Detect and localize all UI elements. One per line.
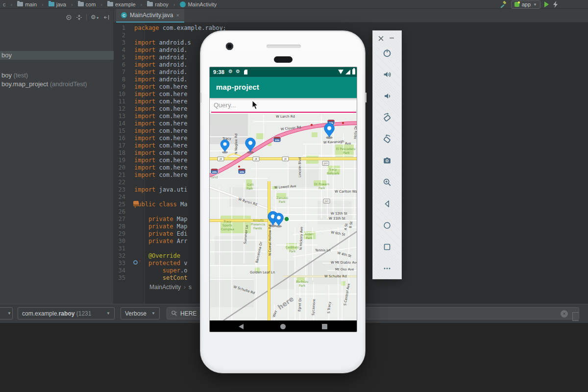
hide-panel-icon[interactable] (103, 14, 110, 21)
map-label: W Mt Diablo Ave (331, 261, 357, 265)
map-label: W Schulte Rd (324, 274, 346, 278)
frame-notch-right (365, 93, 367, 102)
instant-run-lightning-icon[interactable] (553, 1, 559, 8)
volume-up-icon[interactable] (381, 68, 393, 81)
power-button-icon[interactable] (381, 47, 393, 59)
emulator-toolbar (372, 30, 402, 279)
project-tree-row[interactable]: boy.map_project (androidTest) (0, 80, 114, 89)
breadcrumb-item[interactable]: com (71, 1, 96, 7)
gear-notification-icon: ⚙ (228, 69, 233, 74)
gear-notification-icon: ⚙ (236, 69, 240, 74)
map-label: Golden Leaf Ln (250, 270, 275, 274)
road-shield: 205 (273, 137, 281, 142)
svg-text:J4: J4 (284, 158, 286, 160)
run-config-dropdown[interactable]: app ▼ (511, 0, 540, 9)
minimize-window-icon[interactable] (388, 31, 395, 44)
collapse-all-icon[interactable] (76, 14, 82, 21)
overview-icon[interactable] (381, 241, 393, 253)
project-tree-row[interactable]: boy (test) (0, 71, 114, 80)
map-label: W 12th St (331, 212, 347, 216)
device-dropdown-partial[interactable]: ▼ (0, 307, 13, 319)
road-shield: 205 (238, 169, 245, 174)
build-hammer-icon[interactable] (499, 0, 507, 8)
road-shield: J4 (253, 157, 259, 161)
breadcrumb-item[interactable]: java (42, 1, 66, 7)
close-icon[interactable]: × (176, 12, 179, 18)
earpiece-speaker (274, 56, 293, 63)
breadcrumb-item[interactable]: main (11, 1, 37, 7)
close-window-icon[interactable] (377, 32, 385, 45)
app-title: map-project (216, 83, 259, 91)
map-label: Sports (222, 223, 232, 227)
locate-icon[interactable] (66, 14, 72, 21)
home-icon[interactable] (381, 219, 393, 232)
status-time: 9:38 (213, 69, 224, 75)
query-input-area[interactable]: Query... (210, 98, 357, 114)
code-line: 1package com.example.raboy; (114, 24, 226, 32)
chevron-down-icon: ▼ (533, 2, 537, 7)
map-label: Tracy (328, 168, 337, 172)
log-level-dropdown[interactable]: Verbose ▼ (121, 307, 160, 319)
map-label: Lincoln Blvd (298, 157, 302, 177)
breadcrumb-member[interactable]: s (189, 284, 192, 291)
map-label: A St (343, 223, 348, 230)
map-pin[interactable] (324, 123, 335, 139)
volume-down-icon[interactable] (381, 90, 393, 102)
breadcrumb: main java com example (6, 1, 217, 7)
sensor-slot (267, 45, 301, 48)
rotate-left-icon[interactable] (381, 111, 393, 124)
breadcrumb-item[interactable]: MainActivity (173, 1, 217, 7)
settings-gear-icon[interactable]: ⚙▼ (91, 14, 99, 21)
breadcrumb-class[interactable]: MainActivity (149, 284, 181, 291)
more-options-icon[interactable] (381, 262, 393, 275)
query-placeholder: Query... (214, 101, 236, 109)
run-button[interactable] (544, 1, 549, 7)
map-label: Tracy (223, 220, 232, 223)
map-label: W Carlton Way (335, 190, 357, 194)
chevron-down-icon: ▼ (7, 311, 11, 316)
cell-signal-icon (345, 70, 350, 74)
map-label: Egret Dr (297, 297, 302, 312)
nav-overview-button[interactable] (322, 324, 327, 329)
folder-icon (147, 2, 153, 6)
poi-logo-marker[interactable] (284, 217, 289, 221)
clear-search-icon[interactable]: × (561, 310, 568, 318)
chevron-down-icon: ▼ (106, 311, 110, 316)
map-label: W Larch Rd (276, 115, 295, 119)
breadcrumb-partial[interactable]: c (1, 1, 6, 7)
here-watermark: here (276, 294, 295, 311)
zoom-icon[interactable] (381, 176, 393, 189)
road-shield: 205 (211, 169, 218, 174)
map-pin[interactable] (220, 140, 229, 153)
override-gutter-icon[interactable] (133, 260, 138, 265)
screenshot-camera-icon[interactable] (381, 154, 393, 167)
chevron-down-icon: ▼ (151, 311, 155, 316)
tab-mainactivity[interactable]: C MainActivity.java × (116, 9, 184, 23)
project-panel-toolbar: ⚙▼ (66, 14, 110, 21)
frame-notch-left (200, 93, 201, 102)
road-shield: J13 (322, 161, 329, 166)
map-svg: J4J4J4J13J13205205205205 W Larch RdW Clo… (210, 114, 357, 320)
map-label: Park (289, 249, 296, 253)
back-icon[interactable] (381, 197, 393, 210)
nav-home-button[interactable] (280, 324, 286, 329)
map-view[interactable]: J4J4J4J13J13205205205205 W Larch RdW Clo… (210, 114, 357, 320)
breadcrumb-item[interactable]: raboy (141, 1, 169, 7)
chevron-icon: › (184, 284, 186, 291)
map-label: N Naglee Rd (234, 134, 238, 154)
map-label: El Pescadero (336, 147, 355, 150)
folder-icon (17, 2, 23, 6)
rotate-right-icon[interactable] (381, 133, 393, 146)
project-tree-row[interactable]: boy (0, 51, 114, 60)
map-label: Park (279, 200, 286, 203)
class-gutter-icon[interactable] (133, 201, 139, 206)
nav-back-button[interactable] (239, 324, 244, 329)
map-label: Galli (247, 183, 254, 186)
cut-control-partial (572, 312, 579, 321)
map-label: N Corral Hollow Rd (268, 224, 272, 256)
map-label: Sycamore (311, 299, 316, 316)
wifi-icon (338, 70, 343, 74)
process-filter-dropdown[interactable]: com.example.raboy (1231 ▼ (18, 307, 115, 319)
search-icon (171, 310, 177, 317)
breadcrumb-item[interactable]: example (100, 1, 135, 7)
